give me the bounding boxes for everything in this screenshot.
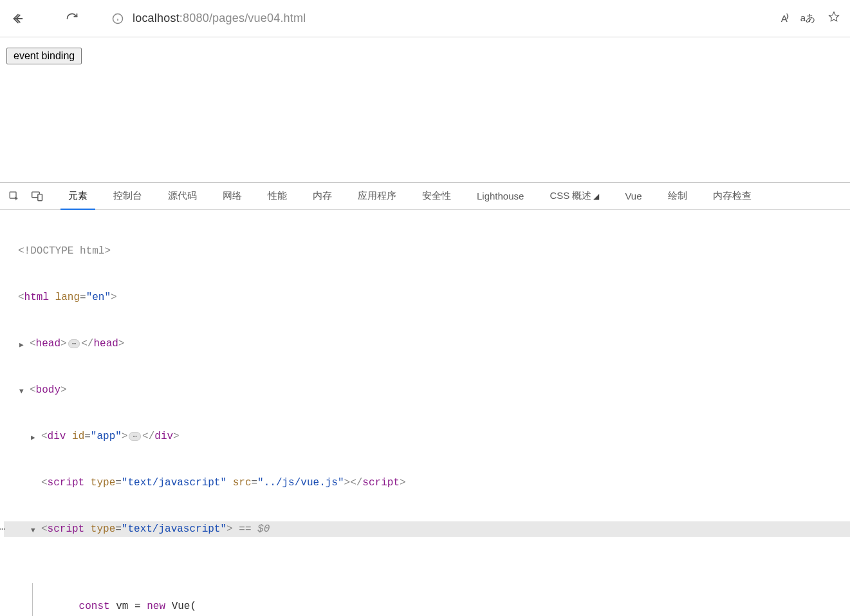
site-info-icon[interactable] xyxy=(112,13,124,24)
tab-rendering[interactable]: 绘制 xyxy=(655,183,700,209)
tab-lighthouse[interactable]: Lighthouse xyxy=(464,183,537,209)
tab-security[interactable]: 安全性 xyxy=(409,183,464,209)
read-aloud-icon[interactable]: A)) xyxy=(781,13,788,24)
inspect-element-icon[interactable] xyxy=(4,186,24,207)
tab-performance[interactable]: 性能 xyxy=(255,183,300,209)
tab-memory-inspector[interactable]: 内存检查 xyxy=(700,183,764,209)
collapse-icon[interactable]: ▼ xyxy=(19,384,28,399)
tab-elements[interactable]: 元素 xyxy=(55,183,100,209)
collapse-icon[interactable]: ▼ xyxy=(31,523,40,538)
ellipsis-icon[interactable]: ⋯ xyxy=(68,339,80,348)
dom-head[interactable]: ▶<head>⋯</head> xyxy=(4,336,850,351)
page-viewport: event binding xyxy=(0,37,850,182)
translate-icon[interactable]: aあ xyxy=(800,12,815,24)
selected-marker: ⋯ xyxy=(0,521,5,537)
dom-doctype[interactable]: <!DOCTYPE html> xyxy=(4,243,850,259)
dom-tree[interactable]: <!DOCTYPE html> <html lang="en"> ▶<head>… xyxy=(0,210,850,616)
expand-icon[interactable]: ▶ xyxy=(19,337,28,353)
dom-body-open[interactable]: ▼<body> xyxy=(4,382,850,398)
back-button[interactable] xyxy=(8,8,28,29)
address-bar[interactable]: localhost:8080/pages/vue04.html xyxy=(103,7,764,30)
svg-rect-8 xyxy=(38,194,42,200)
tab-console[interactable]: 控制台 xyxy=(100,183,155,209)
event-binding-button[interactable]: event binding xyxy=(6,48,82,64)
favorite-icon[interactable] xyxy=(828,11,840,26)
svg-marker-5 xyxy=(829,12,839,21)
devtools-tabs: 元素 控制台 源代码 网络 性能 内存 应用程序 安全性 Lighthouse … xyxy=(55,183,764,209)
dom-div-app[interactable]: ▶<div id="app">⋯</div> xyxy=(4,429,850,444)
dom-script-vue[interactable]: <script type="text/javascript" src="../j… xyxy=(4,475,850,490)
ellipsis-icon[interactable]: ⋯ xyxy=(129,432,141,441)
tab-memory[interactable]: 内存 xyxy=(300,183,345,209)
tab-vue[interactable]: Vue xyxy=(612,183,654,209)
expand-icon[interactable]: ▶ xyxy=(31,430,40,445)
refresh-button[interactable] xyxy=(62,8,82,29)
tab-application[interactable]: 应用程序 xyxy=(345,183,409,209)
url-text: localhost:8080/pages/vue04.html xyxy=(133,12,306,25)
tab-sources[interactable]: 源代码 xyxy=(155,183,210,209)
dom-script-selected[interactable]: ⋯▼<script type="text/javascript"> == $0 xyxy=(4,521,850,537)
browser-toolbar: localhost:8080/pages/vue04.html A)) aあ xyxy=(0,0,850,37)
devtools-toolbar: 元素 控制台 源代码 网络 性能 内存 应用程序 安全性 Lighthouse … xyxy=(0,183,850,210)
devtools-panel: 元素 控制台 源代码 网络 性能 内存 应用程序 安全性 Lighthouse … xyxy=(0,182,850,616)
dom-html-open[interactable]: <html lang="en"> xyxy=(4,290,850,305)
tab-css-overview[interactable]: CSS 概述◢ xyxy=(537,183,612,209)
toolbar-right: A)) aあ xyxy=(781,11,842,26)
tab-network[interactable]: 网络 xyxy=(210,183,255,209)
script-content[interactable]: const vm = new Vue( { el:"#app", data:{ … xyxy=(32,583,850,616)
device-toolbar-icon[interactable] xyxy=(27,186,48,207)
pin-icon: ◢ xyxy=(593,192,599,201)
